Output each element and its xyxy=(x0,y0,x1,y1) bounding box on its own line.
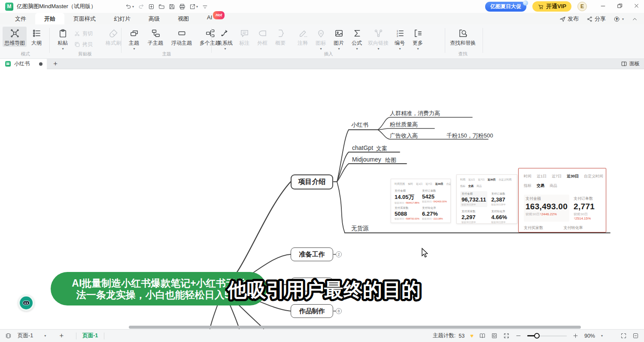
redo-button[interactable] xyxy=(138,3,144,10)
subtopic-button[interactable]: 子主题 xyxy=(143,27,167,47)
tab-home[interactable]: 开始 xyxy=(35,13,64,24)
format-painter-button[interactable]: 格式刷 xyxy=(103,27,124,47)
help-button[interactable]: ?▾ xyxy=(614,16,624,22)
topic-button[interactable]: 主题▾ xyxy=(125,27,143,51)
zoom-level[interactable]: 90% xyxy=(584,333,595,339)
tab-file[interactable]: 文件 xyxy=(6,13,35,24)
collapse-ribbon-button[interactable] xyxy=(632,16,638,22)
avatar[interactable]: E xyxy=(577,2,587,11)
zoom-in-button[interactable] xyxy=(572,333,579,339)
branch-no-supply[interactable]: 无货源 xyxy=(351,225,369,232)
cut-button[interactable]: 剪切 xyxy=(74,30,101,37)
copy-button[interactable]: 拷贝 xyxy=(74,41,101,48)
callout-button[interactable]: 标注 xyxy=(235,27,253,47)
card3-tab: 自定义时间 xyxy=(584,174,603,179)
node-production[interactable]: 作品制作 xyxy=(291,304,333,318)
promo-badge[interactable]: 亿图夏日大促 xyxy=(485,2,526,12)
undo-caret-icon[interactable]: ▾ xyxy=(132,5,134,9)
new-document-tab-button[interactable]: ＋ xyxy=(47,59,64,68)
tab-view[interactable]: 视图 xyxy=(169,13,198,24)
branch-xiaohongshu[interactable]: 小红书 xyxy=(351,121,369,129)
publish-button[interactable]: 发布 xyxy=(559,15,579,23)
boundary-button[interactable]: 外框 xyxy=(253,27,271,47)
collapse-ribbon-icon xyxy=(632,16,638,22)
relationship-button[interactable]: 关系线▾ xyxy=(215,27,235,51)
save-button[interactable] xyxy=(169,3,175,10)
formula-button[interactable]: 公式▾ xyxy=(348,27,366,51)
publish-icon xyxy=(559,16,566,22)
tab-slideshow[interactable]: 幻灯片 xyxy=(105,13,140,24)
branch-midjourney[interactable]: Midjoumey xyxy=(352,156,381,163)
export-caret-icon[interactable]: ▾ xyxy=(196,5,198,9)
share-button[interactable]: 分享 xyxy=(586,15,606,23)
comment-button[interactable]: 注释 xyxy=(294,27,312,47)
numbering-button[interactable]: 123 编号▾ xyxy=(391,27,409,51)
fit-icon xyxy=(503,333,510,339)
collapse-badge-production[interactable]: 8 xyxy=(336,308,342,314)
comment-icon xyxy=(298,28,308,38)
document-tab-bar: 小红书 ＋ 面板 xyxy=(0,59,644,69)
fullscreen-button[interactable] xyxy=(620,333,627,339)
mindmap-mode-button[interactable]: 思维导图 xyxy=(3,27,27,47)
page-selector-caret-icon[interactable]: ▾ xyxy=(44,334,46,338)
zoom-slider[interactable] xyxy=(527,333,567,339)
node-prep[interactable]: 准备工作 xyxy=(291,247,333,261)
customize-toolbar-button[interactable] xyxy=(202,3,208,10)
branch-chatgpt-use[interactable]: 文案 xyxy=(376,145,387,153)
minimize-button[interactable] xyxy=(600,3,606,11)
branch-midjourney-use[interactable]: 绘图 xyxy=(385,156,396,164)
panel-toggle-button[interactable]: 面板 xyxy=(621,60,644,67)
two-way-link-button[interactable]: 双向链接▾ xyxy=(366,27,391,51)
slideshow-preview-button[interactable] xyxy=(479,333,486,339)
card1-pager: — xyxy=(395,220,447,223)
zoom-slider-knob[interactable] xyxy=(534,333,540,339)
close-button[interactable] xyxy=(633,3,640,11)
branch-audience[interactable]: 人群精准，消费力高 xyxy=(390,110,440,117)
branch-ad-income-detail[interactable]: 千粉150，万粉500 xyxy=(447,132,493,140)
branch-chatgpt[interactable]: chatGpt xyxy=(352,144,373,151)
find-replace-button[interactable]: 查找和替换 xyxy=(447,27,478,47)
group-label-clipboard: 剪贴板 xyxy=(52,51,118,57)
tab-page-style[interactable]: 页面样式 xyxy=(64,13,105,24)
add-page-button[interactable]: ＋ xyxy=(53,331,70,340)
undo-button[interactable]: ▾ xyxy=(125,3,134,10)
zoom-caret-icon[interactable]: ▾ xyxy=(601,334,603,338)
restore-button[interactable] xyxy=(617,3,623,11)
card1-tab: 近7日 xyxy=(425,182,432,186)
zoom-out-button[interactable] xyxy=(515,333,522,339)
node-intro[interactable]: 项目介绍 xyxy=(291,174,333,189)
hot-badge: Hot xyxy=(213,11,225,19)
document-tab-active[interactable]: 小红书 xyxy=(0,59,47,69)
pages-icon xyxy=(5,333,12,339)
collapse-badge-prep[interactable]: 2 xyxy=(336,251,342,257)
copy-icon xyxy=(74,41,80,48)
new-file-button[interactable] xyxy=(148,3,155,10)
pages-view-button[interactable] xyxy=(5,333,12,339)
horizontal-scrollbar[interactable] xyxy=(129,326,581,329)
mindmap-icon xyxy=(10,28,20,38)
collapse-panel-button[interactable] xyxy=(632,333,639,339)
picture-button[interactable]: 图片▾ xyxy=(330,27,348,51)
fit-window-button[interactable] xyxy=(503,333,510,339)
ai-assistant-button[interactable] xyxy=(18,295,34,311)
insert-icon-button[interactable]: 图标▾ xyxy=(312,27,330,51)
print-button[interactable] xyxy=(179,3,185,10)
tab-advanced[interactable]: 高级 xyxy=(140,13,169,24)
outline-mode-button[interactable]: 大纲 xyxy=(27,27,46,47)
tab-ai[interactable]: AIHot xyxy=(198,12,226,24)
card3-filter: 商品 xyxy=(550,183,557,189)
cursor-icon xyxy=(420,247,429,260)
branch-fans[interactable]: 粉丝质量高 xyxy=(390,121,418,128)
summary-button[interactable]: 概要 xyxy=(271,27,289,47)
open-file-button[interactable] xyxy=(158,3,165,10)
page-tab-active[interactable]: 页面-1 xyxy=(82,332,98,339)
floating-topic-button[interactable]: 浮动主题 xyxy=(167,27,196,47)
more-insert-button[interactable]: 更多▾ xyxy=(409,27,427,51)
fit-page-button[interactable] xyxy=(491,333,498,339)
export-button[interactable]: ▾ xyxy=(189,3,198,10)
branch-ad-income[interactable]: 广告收入高 xyxy=(390,132,418,140)
page-selector[interactable]: 页面-1 xyxy=(18,332,33,339)
vip-button[interactable]: 开通VIP xyxy=(532,1,571,12)
mindmap-canvas[interactable]: 时间范围 实时 近1日 近7日 近30日 自定义 支付金额14.05万较前30日… xyxy=(0,69,644,329)
paste-button[interactable]: 粘贴▾ xyxy=(53,27,72,51)
